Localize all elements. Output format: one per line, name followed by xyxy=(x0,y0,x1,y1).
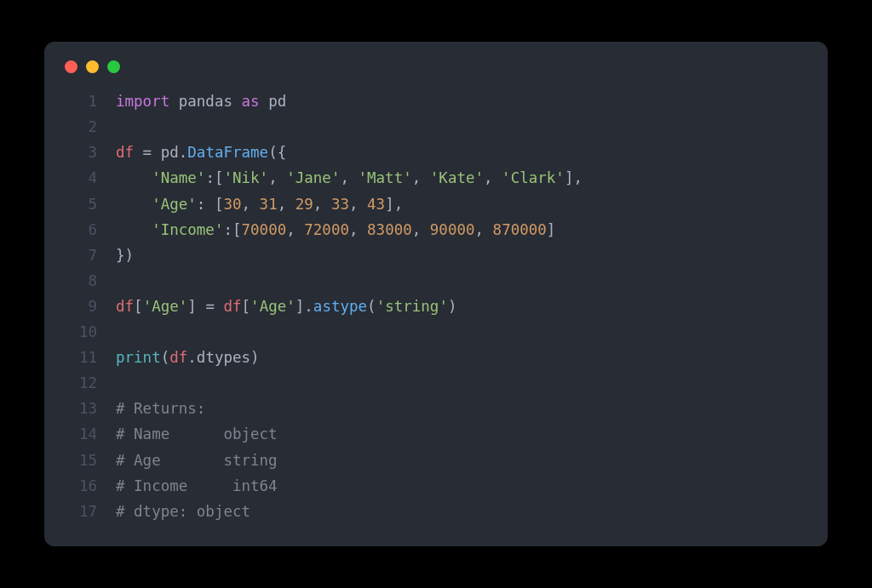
token-string: 'Clark' xyxy=(502,169,565,186)
line-number: 7 xyxy=(65,243,97,268)
line-content: # Age string xyxy=(116,448,278,473)
zoom-icon[interactable] xyxy=(107,60,120,73)
line-number: 15 xyxy=(65,448,97,473)
line-content: # Returns: xyxy=(116,396,205,421)
token-string: 'Age' xyxy=(143,298,188,315)
code-line: 3df = pd.DataFrame({ xyxy=(65,140,807,165)
code-line: 8 xyxy=(65,268,807,294)
line-number: 2 xyxy=(65,114,97,140)
token-var: df xyxy=(116,144,143,161)
line-content: import pandas as pd xyxy=(116,88,286,114)
code-window: 1import pandas as pd23df = pd.DataFrame(… xyxy=(44,42,828,546)
token-punct: ] xyxy=(547,221,556,238)
code-line: 9df['Age'] = df['Age'].astype('string') xyxy=(65,294,807,319)
code-line: 17# dtype: object xyxy=(65,499,807,524)
token-default xyxy=(116,169,152,186)
code-line: 14# Name object xyxy=(65,421,807,447)
close-icon[interactable] xyxy=(65,60,77,73)
token-string: 'Age' xyxy=(152,196,197,213)
line-number: 4 xyxy=(65,165,97,191)
code-line: 12 xyxy=(65,370,807,396)
token-keyword: import xyxy=(116,93,179,110)
token-punct: , xyxy=(412,221,430,238)
code-line: 5 'Age': [30, 31, 29, 33, 43], xyxy=(65,191,807,217)
token-default xyxy=(116,196,152,213)
code-line: 11print(df.dtypes) xyxy=(65,345,807,370)
token-punct: [ xyxy=(134,298,143,315)
token-string: 'Income' xyxy=(152,221,223,238)
token-punct: . xyxy=(179,144,188,161)
token-string: 'Nik' xyxy=(223,169,268,186)
token-comment: # Income int64 xyxy=(116,477,278,494)
token-punct: : [ xyxy=(197,196,224,213)
token-number: 83000 xyxy=(367,221,412,238)
code-block: 1import pandas as pd23df = pd.DataFrame(… xyxy=(44,88,828,524)
token-module: pandas xyxy=(179,93,242,110)
token-func: DataFrame xyxy=(187,144,268,161)
token-number: 70000 xyxy=(242,221,287,238)
token-number: 90000 xyxy=(430,221,475,238)
token-punct: = xyxy=(143,144,161,161)
line-number: 11 xyxy=(65,345,97,370)
token-punct: , xyxy=(278,196,295,213)
line-number: 3 xyxy=(65,140,97,165)
line-content: 'Income':[70000, 72000, 83000, 90000, 87… xyxy=(116,217,555,243)
token-punct: ) xyxy=(448,298,457,315)
token-keyword: as xyxy=(242,93,269,110)
token-var: df xyxy=(116,298,134,315)
code-line: 15# Age string xyxy=(65,448,807,473)
line-number: 16 xyxy=(65,473,97,499)
line-number: 5 xyxy=(65,191,97,217)
token-string: 'Matt' xyxy=(359,169,412,186)
token-string: 'string' xyxy=(376,298,448,315)
token-punct: , xyxy=(475,221,493,238)
token-punct: . xyxy=(187,349,197,366)
line-number: 1 xyxy=(65,88,97,114)
token-punct: ], xyxy=(385,196,403,213)
token-punct: , xyxy=(340,169,358,186)
token-comment: # Age string xyxy=(116,452,278,469)
token-number: 72000 xyxy=(304,221,349,238)
line-number: 9 xyxy=(65,294,97,319)
token-punct: , xyxy=(484,169,502,186)
code-line: 4 'Name':['Nik', 'Jane', 'Matt', 'Kate',… xyxy=(65,165,807,191)
token-module: pd xyxy=(268,93,286,110)
line-content: # dtype: object xyxy=(116,499,250,524)
code-line: 2 xyxy=(65,114,807,140)
line-number: 14 xyxy=(65,421,97,447)
token-punct: ( xyxy=(367,298,376,315)
line-number: 6 xyxy=(65,217,97,243)
token-string: 'Jane' xyxy=(286,169,340,186)
line-number: 8 xyxy=(65,268,97,294)
token-comment: # dtype: object xyxy=(116,503,250,520)
line-content: 'Age': [30, 31, 29, 33, 43], xyxy=(116,191,403,217)
token-string: 'Kate' xyxy=(430,169,484,186)
token-builtin: print xyxy=(116,349,161,366)
token-number: 870000 xyxy=(493,221,547,238)
token-var: df xyxy=(223,298,241,315)
token-punct: , xyxy=(268,169,286,186)
token-number: 33 xyxy=(331,196,349,213)
token-punct: , xyxy=(412,169,430,186)
line-content: df['Age'] = df['Age'].astype('string') xyxy=(116,294,456,319)
token-string: 'Name' xyxy=(152,169,205,186)
token-punct: :[ xyxy=(205,169,223,186)
line-content: # Name object xyxy=(116,421,278,447)
token-punct: ({ xyxy=(268,144,286,161)
token-punct: ( xyxy=(161,349,170,366)
line-content: 'Name':['Nik', 'Jane', 'Matt', 'Kate', '… xyxy=(116,165,582,191)
token-punct: }) xyxy=(116,247,134,264)
token-punct: ]. xyxy=(295,298,313,315)
token-punct: , xyxy=(349,196,367,213)
line-content: df = pd.DataFrame({ xyxy=(116,140,286,165)
token-punct: ], xyxy=(565,169,582,186)
minimize-icon[interactable] xyxy=(86,60,99,73)
token-punct: , xyxy=(286,221,304,238)
code-line: 7}) xyxy=(65,243,807,268)
window-titlebar xyxy=(44,60,828,88)
line-number: 12 xyxy=(65,370,97,396)
token-punct: ] = xyxy=(187,298,223,315)
token-punct: ) xyxy=(250,349,260,366)
token-punct: , xyxy=(349,221,367,238)
token-func: astype xyxy=(313,298,367,315)
